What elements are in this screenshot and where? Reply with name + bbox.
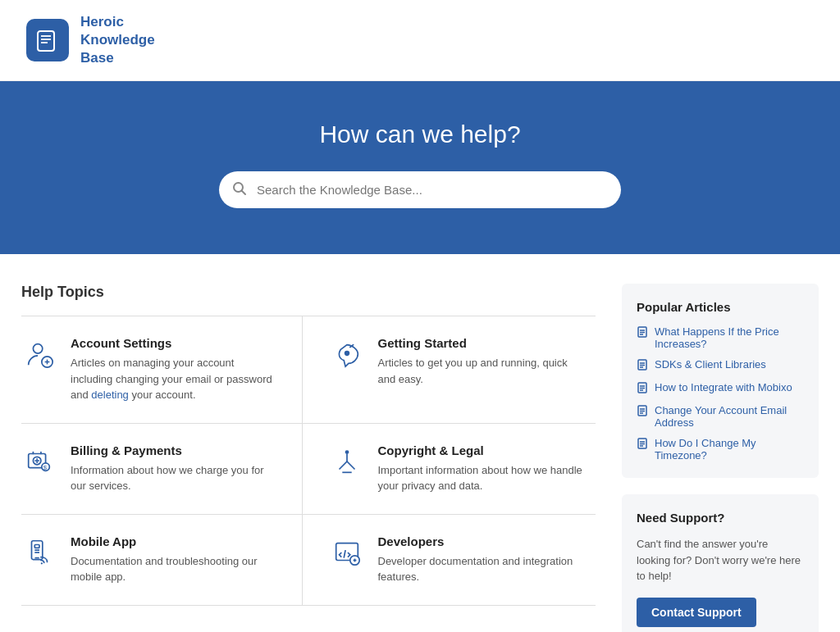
search-input[interactable] (219, 171, 621, 208)
doc-icon (637, 405, 648, 419)
copyright-info: Copyright & Legal Important information … (378, 443, 583, 494)
logo-icon[interactable] (26, 19, 69, 61)
mobile-desc: Documentation and troubleshooting our mo… (71, 553, 276, 585)
topic-row-1: Account Settings Articles on managing yo… (21, 316, 596, 424)
topic-developers[interactable]: Developers Developer documentation and i… (329, 515, 596, 605)
article-title: What Happens If the Price Increases? (655, 325, 804, 350)
article-item[interactable]: How to Integrate with Mobixo (637, 381, 804, 396)
billing-desc: Information about how we charge you for … (71, 462, 276, 494)
search-bar-container (219, 171, 621, 208)
topics-grid: Account Settings Articles on managing yo… (21, 316, 596, 606)
main-content: Help Topics Account Sett (2, 254, 838, 632)
doc-icon (637, 359, 648, 373)
mobile-name: Mobile App (71, 534, 276, 548)
topic-billing[interactable]: $ Billing & Payments Information about h… (21, 424, 303, 514)
popular-articles-title: Popular Articles (637, 300, 804, 314)
article-item[interactable]: How Do I Change My Timezone? (637, 437, 804, 461)
topic-getting-started[interactable]: Getting Started Articles to get you up a… (329, 316, 596, 423)
article-item[interactable]: What Happens If the Price Increases? (637, 325, 804, 350)
account-settings-name: Account Settings (71, 336, 276, 350)
hero-title: How can we help? (26, 120, 814, 148)
topic-account-settings[interactable]: Account Settings Articles on managing yo… (21, 316, 303, 423)
topic-mobile[interactable]: Mobile App Documentation and troubleshoo… (21, 515, 303, 605)
getting-started-name: Getting Started (378, 336, 583, 350)
mobile-info: Mobile App Documentation and troubleshoo… (71, 534, 276, 585)
billing-name: Billing & Payments (71, 443, 276, 457)
doc-icon (637, 326, 648, 340)
contact-support-button[interactable]: Contact Support (637, 598, 756, 627)
svg-line-5 (242, 190, 246, 194)
doc-icon (637, 382, 648, 396)
svg-rect-0 (38, 31, 54, 51)
account-settings-desc: Articles on managing your account includ… (71, 355, 276, 403)
billing-info: Billing & Payments Information about how… (71, 443, 276, 494)
topic-row-2: $ Billing & Payments Information about h… (21, 424, 596, 515)
svg-point-10 (345, 352, 349, 356)
mobile-icon (21, 534, 57, 571)
svg-point-19 (345, 450, 349, 454)
help-topics-title: Help Topics (21, 284, 596, 301)
article-list: What Happens If the Price Increases? SDK… (637, 325, 804, 461)
billing-icon: $ (21, 443, 57, 480)
svg-line-28 (344, 550, 345, 558)
copyright-name: Copyright & Legal (378, 443, 583, 457)
article-title: How to Integrate with Mobixo (655, 381, 792, 393)
svg-rect-23 (34, 544, 39, 548)
deleting-link[interactable]: deleting (91, 389, 129, 401)
account-settings-info: Account Settings Articles on managing yo… (71, 336, 276, 403)
sidebar: Popular Articles What Happens If the Pri… (622, 284, 819, 632)
logo-text: Heroic Knowledge Base (80, 13, 155, 67)
svg-point-26 (41, 562, 43, 564)
topic-row-3: Mobile App Documentation and troubleshoo… (21, 515, 596, 606)
developers-name: Developers (378, 534, 583, 548)
article-item[interactable]: SDKs & Client Libraries (637, 358, 804, 373)
article-title: SDKs & Client Libraries (655, 358, 766, 371)
popular-articles-card: Popular Articles What Happens If the Pri… (622, 284, 819, 478)
doc-icon (637, 438, 648, 452)
copyright-icon (329, 443, 365, 480)
getting-started-info: Getting Started Articles to get you up a… (378, 336, 583, 387)
developers-icon (329, 534, 365, 571)
need-support-card: Need Support? Can't find the answer you'… (622, 494, 819, 632)
need-support-title: Need Support? (637, 511, 804, 525)
account-settings-icon (21, 336, 57, 372)
developers-desc: Developer documentation and integration … (378, 553, 583, 585)
article-title: How Do I Change My Timezone? (655, 437, 804, 461)
search-icon (232, 181, 247, 199)
getting-started-icon (329, 336, 365, 372)
hero-section: How can we help? (0, 81, 840, 254)
article-item[interactable]: Change Your Account Email Address (637, 404, 804, 429)
copyright-desc: Important information about how we handl… (378, 462, 583, 494)
help-topics-section: Help Topics Account Sett (21, 284, 596, 606)
topic-copyright[interactable]: Copyright & Legal Important information … (329, 424, 596, 514)
article-title: Change Your Account Email Address (655, 404, 804, 429)
getting-started-desc: Articles to get you up and running, quic… (378, 355, 583, 387)
svg-point-6 (33, 344, 42, 353)
support-desc: Can't find the answer you're looking for… (637, 536, 804, 584)
header: Heroic Knowledge Base (0, 0, 840, 81)
developers-info: Developers Developer documentation and i… (378, 534, 583, 585)
